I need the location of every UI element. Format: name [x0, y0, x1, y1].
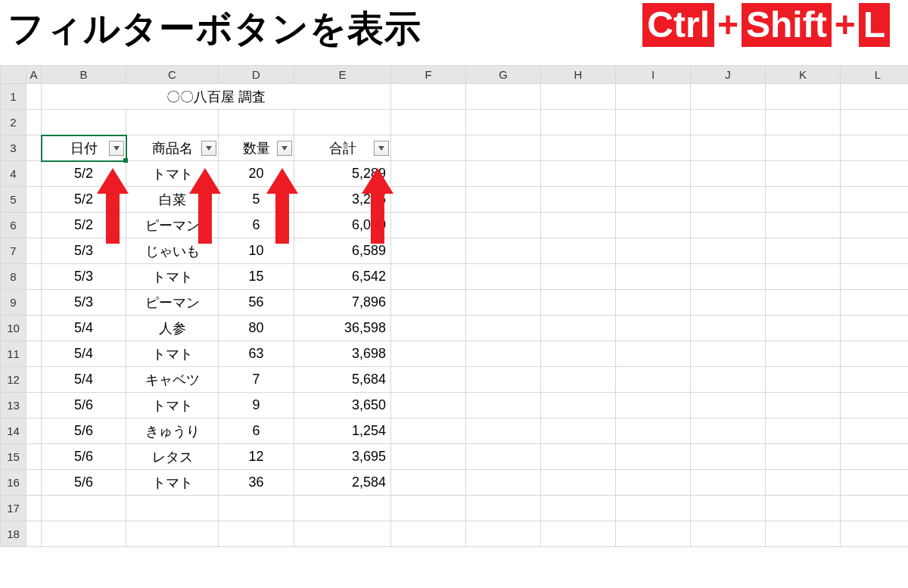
cell[interactable]: 6,542: [294, 264, 391, 290]
header-cell-product[interactable]: 商品名: [126, 135, 219, 161]
cell[interactable]: [541, 496, 616, 521]
cell[interactable]: [541, 213, 616, 238]
cell[interactable]: [691, 316, 766, 341]
cell[interactable]: キャベツ: [126, 367, 219, 393]
cell[interactable]: [691, 84, 766, 110]
cell[interactable]: [841, 341, 909, 367]
cell[interactable]: [616, 418, 691, 444]
cell[interactable]: 5/2: [42, 161, 126, 187]
cell[interactable]: [26, 444, 42, 470]
col-header[interactable]: I: [616, 66, 691, 84]
col-header[interactable]: L: [841, 66, 909, 84]
cell[interactable]: [616, 367, 691, 393]
row-header[interactable]: 6: [1, 213, 26, 238]
cell[interactable]: [766, 341, 841, 367]
cell[interactable]: トマト: [126, 341, 219, 367]
cell[interactable]: [26, 393, 42, 418]
cell[interactable]: [391, 84, 466, 110]
cell[interactable]: 1,254: [294, 418, 391, 444]
cell[interactable]: [616, 135, 691, 161]
cell[interactable]: [391, 496, 466, 521]
cell[interactable]: [616, 84, 691, 110]
cell[interactable]: [841, 187, 909, 213]
cell[interactable]: [541, 316, 616, 341]
cell[interactable]: [541, 367, 616, 393]
row-header[interactable]: 3: [1, 135, 26, 161]
cell[interactable]: [841, 161, 909, 187]
cell[interactable]: 6: [219, 418, 294, 444]
cell[interactable]: [466, 161, 541, 187]
cell[interactable]: [391, 238, 466, 264]
cell[interactable]: [616, 187, 691, 213]
cell[interactable]: [466, 213, 541, 238]
cell[interactable]: [766, 135, 841, 161]
cell[interactable]: 7: [219, 367, 294, 393]
cell[interactable]: [841, 316, 909, 341]
cell[interactable]: ピーマン: [126, 290, 219, 316]
cell[interactable]: トマト: [126, 161, 219, 187]
cell[interactable]: [841, 418, 909, 444]
cell[interactable]: [219, 496, 294, 521]
row-header[interactable]: 15: [1, 444, 26, 470]
cell[interactable]: トマト: [126, 470, 219, 496]
row-header[interactable]: 12: [1, 367, 26, 393]
cell[interactable]: [841, 444, 909, 470]
cell[interactable]: 5/3: [42, 264, 126, 290]
cell[interactable]: [841, 521, 909, 547]
cell[interactable]: [841, 238, 909, 264]
cell[interactable]: [841, 367, 909, 393]
cell[interactable]: 5/4: [42, 367, 126, 393]
select-all-corner[interactable]: [1, 66, 26, 84]
cell[interactable]: ピーマン: [126, 213, 219, 238]
cell[interactable]: 12: [219, 444, 294, 470]
cell[interactable]: [466, 84, 541, 110]
cell[interactable]: 5/3: [42, 290, 126, 316]
cell[interactable]: [616, 393, 691, 418]
cell[interactable]: [391, 264, 466, 290]
cell[interactable]: 5/6: [42, 393, 126, 418]
cell[interactable]: [616, 341, 691, 367]
cell[interactable]: [841, 290, 909, 316]
cell[interactable]: 5/2: [42, 187, 126, 213]
cell[interactable]: [26, 290, 42, 316]
cell[interactable]: 5/6: [42, 444, 126, 470]
cell[interactable]: [541, 341, 616, 367]
cell[interactable]: [616, 264, 691, 290]
cell[interactable]: [391, 470, 466, 496]
cell[interactable]: [616, 470, 691, 496]
cell[interactable]: [766, 110, 841, 135]
cell[interactable]: [766, 393, 841, 418]
cell[interactable]: 3,695: [294, 444, 391, 470]
cell[interactable]: [42, 110, 126, 135]
row-header[interactable]: 17: [1, 496, 26, 521]
cell[interactable]: [691, 264, 766, 290]
cell[interactable]: 2,584: [294, 470, 391, 496]
col-header[interactable]: D: [219, 66, 294, 84]
cell[interactable]: [766, 367, 841, 393]
cell[interactable]: [841, 393, 909, 418]
cell[interactable]: [691, 135, 766, 161]
cell[interactable]: [766, 418, 841, 444]
cell[interactable]: [26, 496, 42, 521]
cell[interactable]: [616, 110, 691, 135]
cell[interactable]: [126, 521, 219, 547]
cell[interactable]: [766, 496, 841, 521]
cell[interactable]: [391, 367, 466, 393]
cell[interactable]: [691, 393, 766, 418]
filter-button[interactable]: [277, 141, 292, 156]
row-header[interactable]: 1: [1, 84, 26, 110]
cell[interactable]: [691, 367, 766, 393]
cell[interactable]: [391, 521, 466, 547]
cell[interactable]: [841, 264, 909, 290]
cell[interactable]: [26, 418, 42, 444]
cell[interactable]: [26, 341, 42, 367]
cell[interactable]: [766, 316, 841, 341]
row-header[interactable]: 4: [1, 161, 26, 187]
cell[interactable]: [391, 213, 466, 238]
cell[interactable]: 3,698: [294, 341, 391, 367]
cell[interactable]: [26, 316, 42, 341]
cell[interactable]: 3,650: [294, 393, 391, 418]
grid[interactable]: A B C D E F G H I J K L 1 〇〇八百屋 調査 2 3 日…: [0, 65, 908, 547]
cell[interactable]: 白菜: [126, 187, 219, 213]
cell[interactable]: [616, 213, 691, 238]
